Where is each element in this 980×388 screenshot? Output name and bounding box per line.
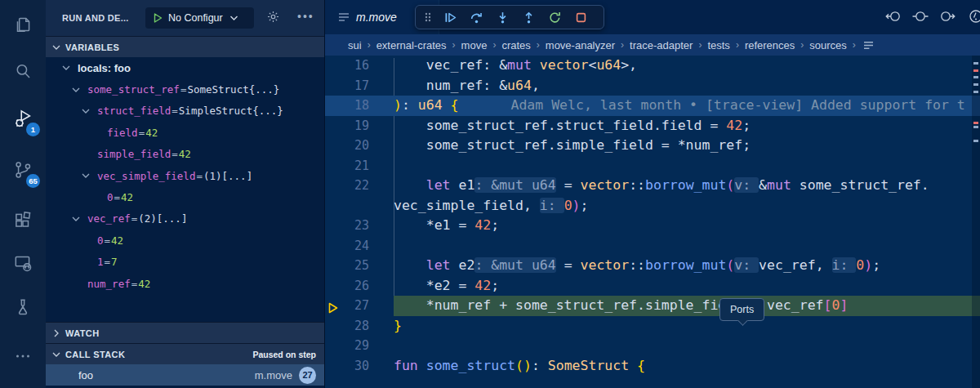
more-actions-icon[interactable] xyxy=(0,337,46,376)
code-token: ) xyxy=(864,257,872,273)
code-line[interactable]: 24 xyxy=(325,236,980,256)
code-line[interactable]: 23 *e1 = 42; xyxy=(325,216,980,236)
step-out-icon[interactable] xyxy=(517,7,540,28)
variable-row[interactable]: some_struct_ref = SomeStruct{...} xyxy=(46,78,324,100)
variable-row[interactable]: 0 = 42 xyxy=(46,230,324,251)
continue-icon[interactable] xyxy=(439,7,461,28)
remote-explorer-icon[interactable] xyxy=(0,243,46,283)
line-number[interactable]: 18 xyxy=(325,96,369,116)
views-more-actions-icon[interactable]: ••• xyxy=(297,10,314,23)
line-number[interactable]: 24 xyxy=(325,236,369,256)
code-line[interactable]: 25 let e2: &mut u64 = vector::borrow_mut… xyxy=(325,256,980,276)
chevron-down-icon[interactable] xyxy=(62,65,78,71)
code-line[interactable]: 22 let e1: &mut u64 = vector::borrow_mut… xyxy=(325,176,980,196)
line-number[interactable]: 30 xyxy=(325,356,369,377)
code-line[interactable]: 29 xyxy=(325,336,980,356)
breadcrumb-item-move[interactable]: move xyxy=(461,39,488,51)
equals-sign: = xyxy=(195,170,203,182)
variable-row[interactable]: struct_field = SimpleStruct{...} xyxy=(46,100,324,122)
breadcrumb-item-references[interactable]: references xyxy=(745,39,795,51)
step-into-icon[interactable] xyxy=(491,7,514,28)
call-stack-section-header[interactable]: CALL STACK Paused on step xyxy=(46,343,324,364)
code-line[interactable]: 30fun some_struct(): SomeStruct { xyxy=(325,356,980,377)
restart-icon[interactable] xyxy=(543,7,566,28)
variable-row[interactable]: locals: foo xyxy=(46,57,324,78)
breadcrumb-item-tests[interactable]: tests xyxy=(707,39,729,51)
code-token: ; xyxy=(581,198,589,213)
overview-ruler[interactable] xyxy=(972,56,980,388)
explorer-icon[interactable] xyxy=(0,5,46,44)
code-line[interactable]: 19 some_struct_ref.struct_field.field = … xyxy=(325,116,980,136)
variable-row[interactable]: vec_ref = (2)[...] xyxy=(46,208,324,230)
vscode-debug-window: 1 65 RUN AND DE... No Configur xyxy=(0,0,980,388)
breadcrumb-item-move-analyzer[interactable]: move-analyzer xyxy=(546,39,615,51)
line-number[interactable]: 19 xyxy=(325,116,369,136)
code-line[interactable]: 17 num_ref: &u64, xyxy=(325,76,980,96)
line-number[interactable] xyxy=(325,196,369,216)
code-token: ( xyxy=(726,177,734,193)
watch-section-header[interactable]: WATCH xyxy=(46,322,324,343)
launch-config-dropdown[interactable]: No Configur xyxy=(145,7,254,29)
code-area[interactable]: 16 vec_ref: &mut vector<u64>,17 num_ref:… xyxy=(325,56,980,388)
breadcrumb-item-external-crates[interactable]: external-crates xyxy=(376,39,447,51)
line-number[interactable]: 20 xyxy=(325,136,369,156)
start-debug-icon[interactable] xyxy=(152,12,163,24)
stack-frame-row[interactable]: foo m.move 27 xyxy=(46,364,324,386)
run-and-debug-icon[interactable]: 1 xyxy=(0,99,46,138)
line-number[interactable]: 29 xyxy=(325,336,369,356)
line-number[interactable]: 22 xyxy=(325,176,369,196)
trace-step-forward-icon[interactable] xyxy=(937,7,958,26)
chevron-down-icon[interactable] xyxy=(82,108,97,114)
code-line[interactable]: 21 xyxy=(325,156,980,176)
code-token: fun xyxy=(394,358,426,373)
variable-row[interactable]: num_ref = 42 xyxy=(46,273,324,294)
breadcrumb-item-sui[interactable]: sui xyxy=(348,39,362,51)
trace-current-icon[interactable] xyxy=(910,7,931,26)
code-line[interactable]: 20 some_struct_ref.simple_field = *num_r… xyxy=(325,136,980,156)
variable-row[interactable]: field = 42 xyxy=(46,122,324,143)
gear-icon[interactable] xyxy=(266,10,280,27)
variable-row[interactable]: vec_simple_field = (1)[...] xyxy=(46,165,324,186)
line-number[interactable]: 23 xyxy=(325,216,369,236)
step-over-icon[interactable] xyxy=(465,7,488,28)
line-number[interactable]: 25 xyxy=(325,256,369,276)
line-number[interactable]: 17 xyxy=(325,76,369,96)
trace-step-back-icon[interactable] xyxy=(883,7,904,26)
code-line[interactable]: 18): u64 {Adam Welc, last month • [trace… xyxy=(325,96,980,116)
variable-row[interactable]: 1 = 7 xyxy=(46,252,324,273)
code-line[interactable]: 27 *num_ref + some_struct_ref.simple_fie… xyxy=(325,296,980,316)
code-line[interactable]: 28} xyxy=(325,316,980,337)
stop-icon[interactable] xyxy=(569,7,592,28)
chevron-down-icon[interactable] xyxy=(72,216,87,222)
source-control-icon[interactable]: 65 xyxy=(0,150,46,190)
ports-tooltip: Ports xyxy=(719,298,764,321)
breadcrumb-item-crates[interactable]: crates xyxy=(501,39,530,51)
variable-row[interactable]: 0 = 42 xyxy=(46,186,324,207)
toolbar-drag-handle[interactable] xyxy=(421,7,435,28)
testing-beaker-icon[interactable] xyxy=(0,288,46,327)
breadcrumb-item-sources[interactable]: sources xyxy=(809,39,847,51)
line-number[interactable]: 26 xyxy=(325,276,369,297)
stack-frame-line-badge: 27 xyxy=(299,367,316,384)
code-line[interactable]: vec_simple_field, i: 0); xyxy=(325,196,980,216)
code-token: } xyxy=(394,318,402,333)
code-token: let xyxy=(426,257,459,273)
equals-sign: = xyxy=(180,83,188,96)
code-line[interactable]: 16 vec_ref: &mut vector<u64>, xyxy=(325,56,980,76)
breadcrumb-item-trace-adapter[interactable]: trace-adapter xyxy=(630,39,693,51)
ruler-decoration xyxy=(973,126,978,128)
chevron-down-icon[interactable] xyxy=(82,172,97,179)
trace-info-icon[interactable] xyxy=(964,7,980,26)
chevron-down-icon[interactable] xyxy=(72,87,87,93)
code-text xyxy=(369,156,394,176)
code-line[interactable]: 26 *e2 = 42; xyxy=(325,276,980,297)
line-number[interactable]: 16 xyxy=(325,56,369,76)
breadcrumb-separator: › xyxy=(847,39,862,51)
search-icon[interactable] xyxy=(0,51,46,91)
extensions-icon[interactable] xyxy=(0,201,46,240)
line-number[interactable]: 21 xyxy=(325,156,369,176)
variable-row[interactable]: simple_field = 42 xyxy=(46,144,324,165)
code-text: fun some_struct(): SomeStruct { xyxy=(369,356,645,377)
breadcrumb-separator: › xyxy=(730,39,745,51)
variables-section-header[interactable]: VARIABLES xyxy=(46,36,324,57)
